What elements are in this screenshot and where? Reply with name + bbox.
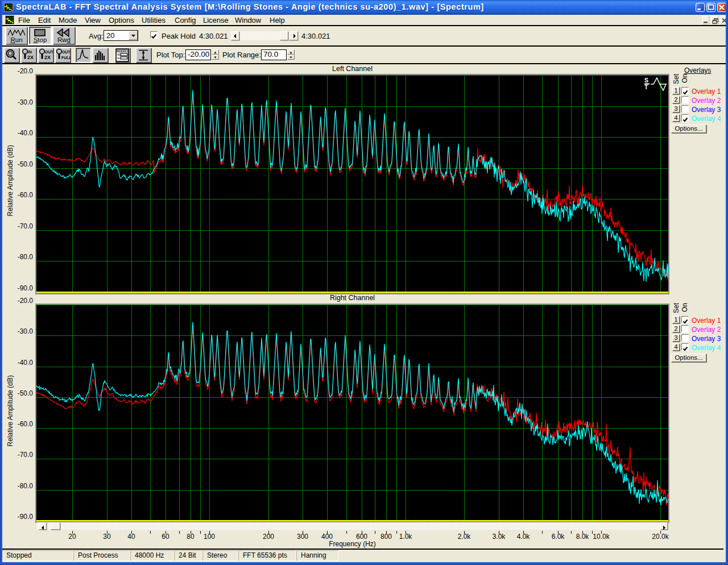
svg-text:OUT: OUT: [62, 50, 71, 54]
svg-text:AL: AL: [117, 57, 121, 60]
svg-text:2X: 2X: [44, 55, 51, 60]
svg-text:ML: ML: [117, 53, 121, 56]
svg-text:S: S: [644, 77, 648, 84]
svg-text:IN: IN: [28, 50, 32, 54]
svg-text:T: T: [644, 84, 648, 90]
svg-text:FULL: FULL: [61, 56, 71, 60]
svg-text:2X: 2X: [27, 55, 34, 60]
svg-text:OUT: OUT: [45, 50, 53, 54]
